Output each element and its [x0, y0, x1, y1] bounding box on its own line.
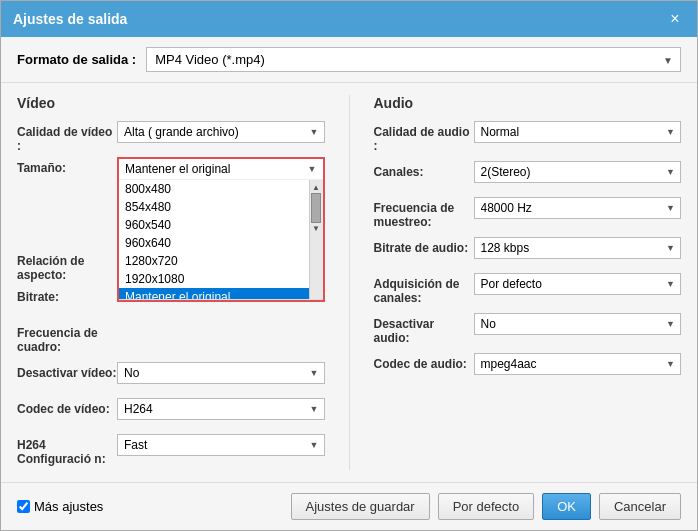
- video-codec-select[interactable]: H264: [117, 398, 325, 420]
- video-quality-wrapper: Alta ( grande archivo): [117, 121, 325, 143]
- video-codec-wrapper: H264: [117, 398, 325, 420]
- audio-quality-select[interactable]: Normal: [474, 121, 682, 143]
- h264-label: H264 Configuració n:: [17, 434, 117, 466]
- audio-panel-title: Audio: [374, 95, 682, 111]
- video-quality-row: Calidad de vídeo : Alta ( grande archivo…: [17, 121, 325, 149]
- save-settings-button[interactable]: Ajustes de guardar: [291, 493, 430, 520]
- scroll-up-icon[interactable]: ▲: [311, 182, 321, 193]
- video-quality-select[interactable]: Alta ( grande archivo): [117, 121, 325, 143]
- video-panel: Vídeo Calidad de vídeo : Alta ( grande a…: [17, 95, 325, 470]
- title-bar: Ajustes de salida ×: [1, 1, 697, 37]
- disable-audio-row: Desactivar audio: No: [374, 313, 682, 345]
- audio-bitrate-row: Bitrate de audio: 128 kbps: [374, 237, 682, 265]
- video-codec-label: Codec de vídeo:: [17, 398, 117, 416]
- format-select-wrapper: MP4 Video (*.mp4): [146, 47, 681, 72]
- channels-label: Canales:: [374, 161, 474, 179]
- audio-bitrate-select[interactable]: 128 kbps: [474, 237, 682, 259]
- acquisition-row: Adquisición de canales: Por defecto: [374, 273, 682, 305]
- default-button[interactable]: Por defecto: [438, 493, 535, 520]
- video-codec-row: Codec de vídeo: H264: [17, 398, 325, 426]
- channels-wrapper: 2(Stereo): [474, 161, 682, 183]
- samplerate-row: Frecuencia de muestreo: 48000 Hz: [374, 197, 682, 229]
- bitrate-label: Bitrate:: [17, 286, 117, 304]
- panel-divider: [349, 95, 350, 470]
- video-size-row: Tamaño: Mantener el original ▼ 800x480 8…: [17, 157, 325, 240]
- size-item-5[interactable]: 1920x1080: [119, 270, 309, 288]
- scroll-down-icon[interactable]: ▼: [311, 223, 321, 234]
- audio-bitrate-label: Bitrate de audio:: [374, 237, 474, 255]
- audio-quality-label: Calidad de audio :: [374, 121, 474, 153]
- bottom-left: Más ajustes: [17, 499, 291, 514]
- format-row: Formato de salida : MP4 Video (*.mp4): [1, 37, 697, 83]
- dialog-title: Ajustes de salida: [13, 11, 127, 27]
- cancel-button[interactable]: Cancelar: [599, 493, 681, 520]
- video-size-label: Tamaño:: [17, 157, 117, 175]
- more-settings-checkbox[interactable]: [17, 500, 30, 513]
- size-list-container: 800x480 854x480 960x540 960x640 1280x720…: [119, 180, 323, 300]
- format-select[interactable]: MP4 Video (*.mp4): [146, 47, 681, 72]
- dialog: Ajustes de salida × Formato de salida : …: [0, 0, 698, 531]
- more-settings-wrapper: Más ajustes: [17, 499, 103, 514]
- aspect-ratio-label: Relación de aspecto:: [17, 250, 117, 282]
- ok-button[interactable]: OK: [542, 493, 591, 520]
- bottom-bar: Más ajustes Ajustes de guardar Por defec…: [1, 482, 697, 530]
- video-size-dropdown[interactable]: Mantener el original ▼ 800x480 854x480 9…: [117, 157, 325, 302]
- size-items-list: 800x480 854x480 960x540 960x640 1280x720…: [119, 180, 309, 299]
- disable-audio-wrapper: No: [474, 313, 682, 335]
- h264-select[interactable]: Fast: [117, 434, 325, 456]
- samplerate-wrapper: 48000 Hz: [474, 197, 682, 219]
- acquisition-label: Adquisición de canales:: [374, 273, 474, 305]
- disable-audio-label: Desactivar audio:: [374, 313, 474, 345]
- framerate-label: Frecuencia de cuadro:: [17, 322, 117, 354]
- h264-wrapper: Fast: [117, 434, 325, 456]
- bottom-right: Ajustes de guardar Por defecto OK Cancel…: [291, 493, 681, 520]
- more-settings-label: Más ajustes: [34, 499, 103, 514]
- size-item-4[interactable]: 1280x720: [119, 252, 309, 270]
- disable-audio-select[interactable]: No: [474, 313, 682, 335]
- acquisition-wrapper: Por defecto: [474, 273, 682, 295]
- audio-quality-row: Calidad de audio : Normal: [374, 121, 682, 153]
- audio-bitrate-wrapper: 128 kbps: [474, 237, 682, 259]
- size-caret-icon: ▼: [308, 164, 317, 174]
- scroll-thumb[interactable]: [311, 193, 321, 223]
- disable-video-row: Desactivar vídeo: No: [17, 362, 325, 390]
- close-button[interactable]: ×: [665, 9, 685, 29]
- size-item-6[interactable]: Mantener el original: [119, 288, 309, 299]
- audio-quality-wrapper: Normal: [474, 121, 682, 143]
- size-current-value: Mantener el original: [125, 162, 230, 176]
- audio-codec-row: Codec de audio: mpeg4aac: [374, 353, 682, 381]
- samplerate-select[interactable]: 48000 Hz: [474, 197, 682, 219]
- size-items-col: 800x480 854x480 960x540 960x640 1280x720…: [119, 180, 309, 299]
- size-item-0[interactable]: 800x480: [119, 180, 309, 198]
- disable-video-label: Desactivar vídeo:: [17, 362, 117, 380]
- channels-select[interactable]: 2(Stereo): [474, 161, 682, 183]
- audio-codec-label: Codec de audio:: [374, 353, 474, 371]
- size-scrollbar[interactable]: ▲ ▼: [309, 180, 323, 299]
- video-quality-label: Calidad de vídeo :: [17, 121, 117, 153]
- size-item-1[interactable]: 854x480: [119, 198, 309, 216]
- size-item-3[interactable]: 960x640: [119, 234, 309, 252]
- main-content: Vídeo Calidad de vídeo : Alta ( grande a…: [1, 83, 697, 482]
- audio-codec-select[interactable]: mpeg4aac: [474, 353, 682, 375]
- channels-row: Canales: 2(Stereo): [374, 161, 682, 189]
- samplerate-label: Frecuencia de muestreo:: [374, 197, 474, 229]
- audio-codec-wrapper: mpeg4aac: [474, 353, 682, 375]
- h264-row: H264 Configuració n: Fast: [17, 434, 325, 462]
- framerate-row: Frecuencia de cuadro:: [17, 322, 325, 350]
- size-item-2[interactable]: 960x540: [119, 216, 309, 234]
- disable-video-wrapper: No: [117, 362, 325, 384]
- video-panel-title: Vídeo: [17, 95, 325, 111]
- audio-panel: Audio Calidad de audio : Normal Canales:…: [374, 95, 682, 470]
- format-label: Formato de salida :: [17, 52, 136, 67]
- acquisition-select[interactable]: Por defecto: [474, 273, 682, 295]
- size-dropdown-header[interactable]: Mantener el original ▼: [119, 159, 323, 180]
- disable-video-select[interactable]: No: [117, 362, 325, 384]
